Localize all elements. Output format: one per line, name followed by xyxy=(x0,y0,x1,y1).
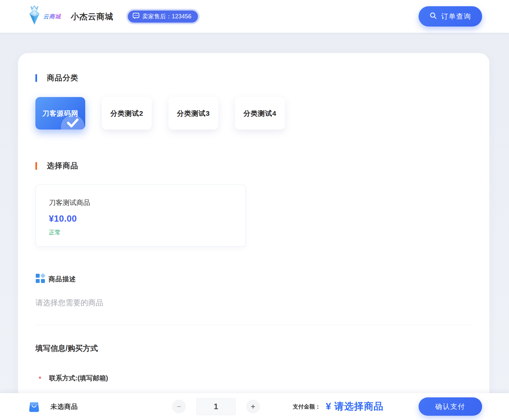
category-section-title: 商品分类 xyxy=(47,73,78,83)
page-title: 小杰云商城 xyxy=(71,11,113,22)
blue-accent-bar xyxy=(35,74,37,82)
logo-wordmark: 云商城 xyxy=(43,13,61,20)
description-section: 商品描述 请选择您需要的商品 xyxy=(35,273,472,325)
product-price: ¥10.00 xyxy=(49,214,232,224)
quantity-increase-button[interactable]: + xyxy=(246,400,260,413)
site-logo: 云商城 xyxy=(26,6,62,27)
product-section: 选择商品 刀客测试商品 ¥10.00 正常 xyxy=(35,161,472,247)
category-item[interactable]: 分类测试2 xyxy=(102,97,152,130)
category-item[interactable]: 分类测试3 xyxy=(168,97,218,130)
category-item[interactable]: 分类测试4 xyxy=(235,97,285,130)
category-label: 分类测试4 xyxy=(244,109,277,118)
after-sale-text: 卖家售后：123456 xyxy=(142,12,191,20)
search-icon xyxy=(429,12,437,21)
shopping-bag-icon xyxy=(28,399,41,414)
product-section-title: 选择商品 xyxy=(47,161,78,171)
chat-icon xyxy=(132,12,140,21)
product-card[interactable]: 刀客测试商品 ¥10.00 正常 xyxy=(35,185,246,247)
product-status: 正常 xyxy=(49,229,232,236)
product-name: 刀客测试商品 xyxy=(49,198,232,207)
cart-status: 未选商品 xyxy=(28,399,78,414)
divider xyxy=(35,325,472,325)
quantity-value[interactable]: 1 xyxy=(196,398,236,415)
category-label: 分类测试2 xyxy=(110,109,144,118)
description-placeholder: 请选择您需要的商品 xyxy=(35,298,472,308)
category-item-selected[interactable]: 刀客源码网 xyxy=(35,97,85,130)
cart-status-text: 未选商品 xyxy=(50,402,78,411)
orange-accent-bar xyxy=(35,162,37,170)
payment-amount-value: ¥ 请选择商品 xyxy=(326,400,383,413)
category-section-header: 商品分类 xyxy=(35,73,472,83)
header: 云商城 小杰云商城 卖家售后：123456 订单查询 xyxy=(0,0,509,33)
category-label: 分类测试3 xyxy=(177,109,210,118)
contact-field-label: 联系方式:(填写邮箱) xyxy=(49,374,108,383)
checkout-bar: 未选商品 − 1 + 支付金额： ¥ 请选择商品 确认支付 xyxy=(0,393,509,420)
order-query-label: 订单查询 xyxy=(441,12,471,21)
payment-amount-label: 支付金额： xyxy=(293,403,321,410)
after-sale-badge: 卖家售后：123456 xyxy=(128,10,198,23)
quantity-decrease-button[interactable]: − xyxy=(172,400,186,413)
main-card: 商品分类 刀客源码网 分类测试2 分类测试3 分类测试4 选择商品 刀客测试商品 xyxy=(18,53,489,417)
required-asterisk: * xyxy=(39,374,41,383)
product-section-header: 选择商品 xyxy=(35,161,472,171)
form-title: 填写信息/购买方式 xyxy=(35,343,472,353)
order-query-button[interactable]: 订单查询 xyxy=(419,6,482,27)
category-list: 刀客源码网 分类测试2 分类测试3 分类测试4 xyxy=(35,97,472,130)
confirm-pay-button[interactable]: 确认支付 xyxy=(419,397,482,416)
gem-logo-icon xyxy=(26,6,43,27)
payment-amount: 支付金额： ¥ 请选择商品 xyxy=(293,400,383,413)
contact-field-label-row: * 联系方式:(填写邮箱) xyxy=(35,374,472,383)
description-title: 商品描述 xyxy=(49,275,76,284)
quantity-stepper: − 1 + xyxy=(172,398,260,415)
grid-icon xyxy=(35,273,45,285)
